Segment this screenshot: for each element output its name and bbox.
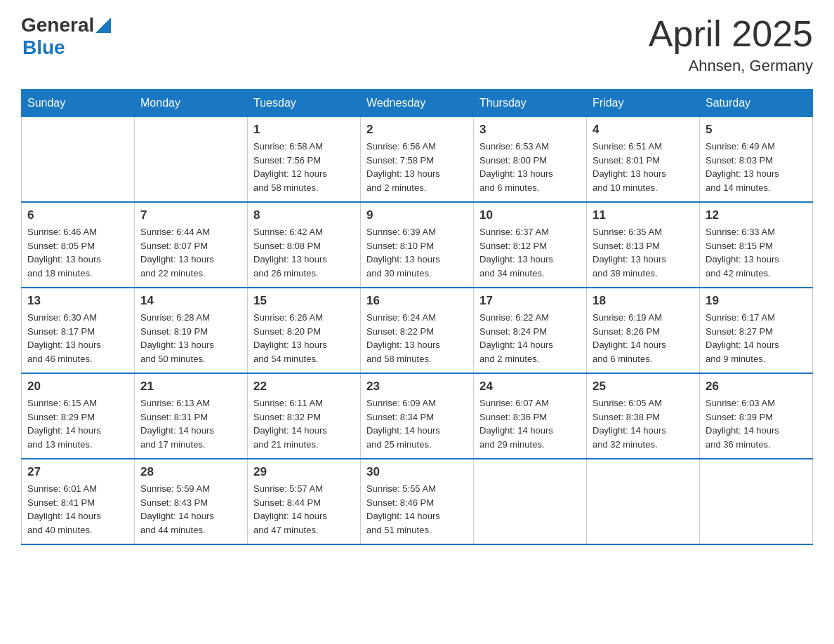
day-number: 13 [27,294,128,308]
calendar-cell: 17Sunrise: 6:22 AMSunset: 8:24 PMDayligh… [474,288,587,373]
day-number: 15 [253,294,355,308]
day-number: 8 [253,208,355,222]
day-info: Sunrise: 6:19 AMSunset: 8:26 PMDaylight:… [593,311,694,365]
calendar-cell: 19Sunrise: 6:17 AMSunset: 8:27 PMDayligh… [700,288,813,373]
day-info: Sunrise: 6:22 AMSunset: 8:24 PMDaylight:… [479,311,581,365]
day-number: 14 [140,294,241,308]
day-of-week-header: Monday [135,90,248,117]
calendar-cell: 16Sunrise: 6:24 AMSunset: 8:22 PMDayligh… [361,288,474,373]
day-info: Sunrise: 6:30 AMSunset: 8:17 PMDaylight:… [27,311,128,365]
logo-general-text: General [21,14,94,36]
day-info: Sunrise: 6:26 AMSunset: 8:20 PMDaylight:… [253,311,355,365]
day-number: 28 [140,465,241,479]
day-number: 20 [27,380,128,394]
day-number: 16 [366,294,468,308]
day-info: Sunrise: 6:05 AMSunset: 8:38 PMDaylight:… [593,396,694,451]
day-of-week-header: Wednesday [361,90,474,117]
day-info: Sunrise: 6:35 AMSunset: 8:13 PMDaylight:… [593,225,694,280]
calendar-cell: 30Sunrise: 5:55 AMSunset: 8:46 PMDayligh… [361,459,474,544]
calendar-header-row: SundayMondayTuesdayWednesdayThursdayFrid… [22,90,813,117]
day-info: Sunrise: 6:33 AMSunset: 8:15 PMDaylight:… [706,225,807,280]
calendar-table: SundayMondayTuesdayWednesdayThursdayFrid… [21,89,813,545]
day-number: 30 [366,465,468,479]
day-number: 11 [593,208,694,222]
day-number: 21 [140,380,241,394]
day-info: Sunrise: 6:56 AMSunset: 7:58 PMDaylight:… [366,140,468,194]
day-of-week-header: Saturday [700,90,813,117]
day-number: 10 [479,208,581,222]
calendar-cell: 18Sunrise: 6:19 AMSunset: 8:26 PMDayligh… [587,288,700,373]
page-header: General Blue April 2025 Ahnsen, Germany [21,14,813,75]
calendar-cell: 5Sunrise: 6:49 AMSunset: 8:03 PMDaylight… [700,117,813,203]
logo-triangle-icon [95,18,111,33]
calendar-week-row: 20Sunrise: 6:15 AMSunset: 8:29 PMDayligh… [22,373,813,459]
day-info: Sunrise: 6:51 AMSunset: 8:01 PMDaylight:… [593,140,694,194]
calendar-cell: 22Sunrise: 6:11 AMSunset: 8:32 PMDayligh… [248,373,361,459]
day-of-week-header: Sunday [22,90,135,117]
calendar-cell: 21Sunrise: 6:13 AMSunset: 8:31 PMDayligh… [135,373,248,459]
day-of-week-header: Friday [587,90,700,117]
calendar-cell [474,459,587,544]
logo-blue-text: Blue [22,36,65,58]
day-number: 6 [27,208,128,222]
calendar-cell: 10Sunrise: 6:37 AMSunset: 8:12 PMDayligh… [474,202,587,288]
day-number: 25 [593,380,694,394]
day-info: Sunrise: 6:07 AMSunset: 8:36 PMDaylight:… [479,396,581,451]
calendar-cell: 8Sunrise: 6:42 AMSunset: 8:08 PMDaylight… [248,202,361,288]
day-info: Sunrise: 6:11 AMSunset: 8:32 PMDaylight:… [253,396,355,451]
day-number: 5 [706,123,807,137]
calendar-cell: 11Sunrise: 6:35 AMSunset: 8:13 PMDayligh… [587,202,700,288]
calendar-cell: 7Sunrise: 6:44 AMSunset: 8:07 PMDaylight… [135,202,248,288]
day-info: Sunrise: 6:53 AMSunset: 8:00 PMDaylight:… [479,140,581,194]
calendar-cell: 15Sunrise: 6:26 AMSunset: 8:20 PMDayligh… [248,288,361,373]
calendar-week-row: 6Sunrise: 6:46 AMSunset: 8:05 PMDaylight… [22,202,813,288]
day-number: 4 [593,123,694,137]
day-number: 9 [366,208,468,222]
day-number: 1 [253,123,355,137]
day-number: 29 [253,465,355,479]
day-number: 26 [706,380,807,394]
calendar-cell: 20Sunrise: 6:15 AMSunset: 8:29 PMDayligh… [22,373,135,459]
day-info: Sunrise: 6:49 AMSunset: 8:03 PMDaylight:… [706,140,807,194]
calendar-cell: 13Sunrise: 6:30 AMSunset: 8:17 PMDayligh… [22,288,135,373]
day-of-week-header: Thursday [474,90,587,117]
day-info: Sunrise: 6:24 AMSunset: 8:22 PMDaylight:… [366,311,468,365]
calendar-cell: 1Sunrise: 6:58 AMSunset: 7:56 PMDaylight… [248,117,361,203]
calendar-cell: 4Sunrise: 6:51 AMSunset: 8:01 PMDaylight… [587,117,700,203]
day-info: Sunrise: 6:37 AMSunset: 8:12 PMDaylight:… [479,225,581,280]
day-number: 19 [706,294,807,308]
day-number: 24 [479,380,581,394]
day-of-week-header: Tuesday [248,90,361,117]
day-info: Sunrise: 6:01 AMSunset: 8:41 PMDaylight:… [27,482,128,537]
day-info: Sunrise: 5:57 AMSunset: 8:44 PMDaylight:… [253,482,355,537]
day-number: 18 [593,294,694,308]
day-number: 7 [140,208,241,222]
calendar-cell: 26Sunrise: 6:03 AMSunset: 8:39 PMDayligh… [700,373,813,459]
day-info: Sunrise: 6:58 AMSunset: 7:56 PMDaylight:… [253,140,355,194]
day-number: 23 [366,380,468,394]
calendar-week-row: 1Sunrise: 6:58 AMSunset: 7:56 PMDaylight… [22,117,813,203]
day-number: 17 [479,294,581,308]
day-number: 3 [479,123,581,137]
calendar-cell: 2Sunrise: 6:56 AMSunset: 7:58 PMDaylight… [361,117,474,203]
calendar-cell: 25Sunrise: 6:05 AMSunset: 8:38 PMDayligh… [587,373,700,459]
day-info: Sunrise: 6:15 AMSunset: 8:29 PMDaylight:… [27,396,128,451]
calendar-cell: 23Sunrise: 6:09 AMSunset: 8:34 PMDayligh… [361,373,474,459]
calendar-cell: 14Sunrise: 6:28 AMSunset: 8:19 PMDayligh… [135,288,248,373]
title-section: April 2025 Ahnsen, Germany [649,14,813,75]
calendar-cell: 9Sunrise: 6:39 AMSunset: 8:10 PMDaylight… [361,202,474,288]
calendar-body: 1Sunrise: 6:58 AMSunset: 7:56 PMDaylight… [22,117,813,545]
calendar-cell: 27Sunrise: 6:01 AMSunset: 8:41 PMDayligh… [22,459,135,544]
calendar-title: April 2025 [649,14,813,54]
day-info: Sunrise: 6:03 AMSunset: 8:39 PMDaylight:… [706,396,807,451]
day-info: Sunrise: 6:39 AMSunset: 8:10 PMDaylight:… [366,225,468,280]
calendar-week-row: 27Sunrise: 6:01 AMSunset: 8:41 PMDayligh… [22,459,813,544]
day-info: Sunrise: 6:44 AMSunset: 8:07 PMDaylight:… [140,225,241,280]
day-info: Sunrise: 5:59 AMSunset: 8:43 PMDaylight:… [140,482,241,537]
calendar-week-row: 13Sunrise: 6:30 AMSunset: 8:17 PMDayligh… [22,288,813,373]
calendar-subtitle: Ahnsen, Germany [649,57,813,75]
logo: General Blue [21,14,111,59]
calendar-cell [587,459,700,544]
day-info: Sunrise: 5:55 AMSunset: 8:46 PMDaylight:… [366,482,468,537]
calendar-cell [700,459,813,544]
